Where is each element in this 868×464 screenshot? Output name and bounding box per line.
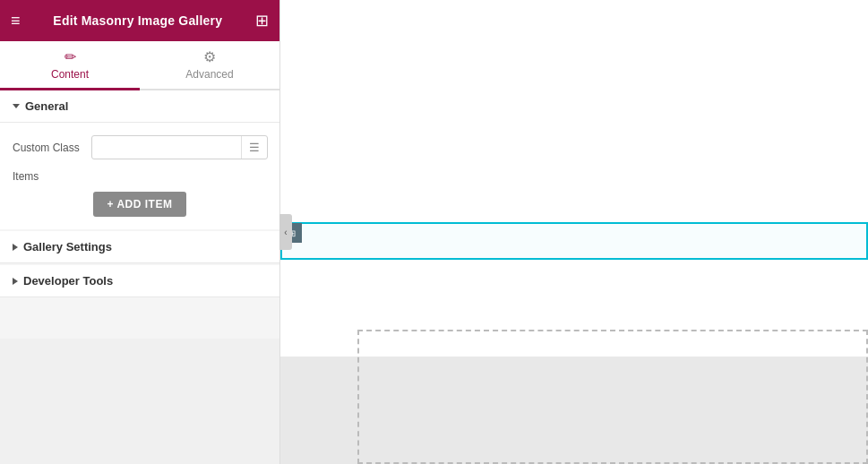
- section-general-content: Custom Class ☰ Items + ADD ITEM: [0, 123, 279, 229]
- add-item-button[interactable]: + ADD ITEM: [93, 192, 187, 217]
- gallery-chevron-icon: [13, 244, 18, 251]
- advanced-tab-label: Advanced: [185, 68, 233, 81]
- advanced-tab-icon: ⚙: [203, 48, 216, 65]
- panel-body: General Custom Class ☰ Items + ADD ITEM: [0, 90, 279, 339]
- content-tab-label: Content: [51, 68, 89, 81]
- tab-advanced[interactable]: ⚙ Advanced: [140, 41, 279, 90]
- dashed-placeholder-element: [357, 330, 868, 464]
- selected-masonry-element[interactable]: ⊞: [280, 222, 868, 260]
- left-panel: ≡ Edit Masonry Image Gallery ⊞ ✏ Content…: [0, 0, 280, 464]
- panel-collapse-button[interactable]: ‹: [279, 214, 292, 250]
- panel-title: Edit Masonry Image Gallery: [53, 13, 222, 28]
- items-label: Items: [13, 170, 267, 183]
- panel-footer-area: [0, 339, 279, 464]
- section-developer-tools-header[interactable]: Developer Tools: [0, 265, 279, 297]
- custom-class-list-icon[interactable]: ☰: [241, 136, 267, 159]
- section-gallery-settings-header[interactable]: Gallery Settings: [0, 231, 279, 263]
- custom-class-input-wrapper: ☰: [91, 135, 268, 159]
- tabs-row: ✏ Content ⚙ Advanced: [0, 41, 279, 90]
- menu-icon[interactable]: ≡: [11, 12, 21, 30]
- custom-class-field-row: Custom Class ☰: [13, 135, 267, 159]
- custom-class-label: Custom Class: [13, 142, 84, 154]
- section-gallery-settings-label: Gallery Settings: [23, 240, 112, 253]
- section-general: General Custom Class ☰ Items + ADD ITEM: [0, 90, 279, 229]
- grid-icon[interactable]: ⊞: [255, 11, 269, 30]
- section-general-label: General: [25, 99, 68, 113]
- custom-class-input[interactable]: [92, 137, 241, 159]
- general-chevron-icon: [13, 104, 20, 108]
- panel-header: ≡ Edit Masonry Image Gallery ⊞: [0, 0, 279, 41]
- section-gallery-settings: Gallery Settings: [0, 231, 279, 263]
- panel-collapse-icon: ‹: [284, 228, 287, 237]
- developer-chevron-icon: [13, 278, 18, 285]
- add-item-wrapper: + ADD ITEM: [13, 192, 267, 217]
- section-general-header[interactable]: General: [0, 90, 279, 123]
- tab-content[interactable]: ✏ Content: [0, 41, 140, 90]
- section-developer-tools: Developer Tools: [0, 265, 279, 297]
- content-tab-icon: ✏: [64, 48, 76, 65]
- main-canvas: ⊞: [280, 0, 868, 464]
- canvas-white-area: [280, 0, 868, 357]
- section-developer-tools-label: Developer Tools: [23, 274, 113, 288]
